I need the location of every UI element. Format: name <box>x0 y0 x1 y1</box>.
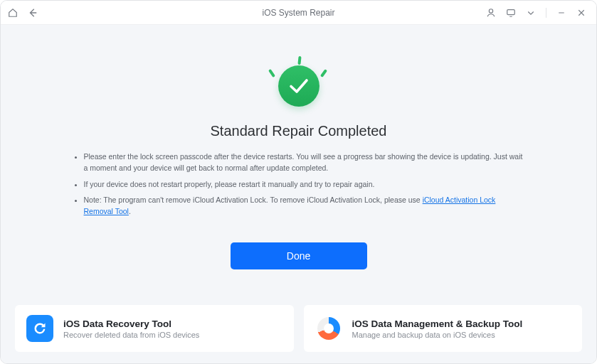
back-icon[interactable] <box>28 8 38 18</box>
page-title: Standard Repair Completed <box>211 123 387 139</box>
close-icon[interactable] <box>576 8 586 18</box>
instruction-item: If your device does not restart properly… <box>84 178 527 190</box>
app-window: iOS System Repair <box>0 0 597 364</box>
titlebar: iOS System Repair <box>1 1 596 25</box>
account-icon[interactable] <box>486 8 496 18</box>
home-icon[interactable] <box>8 8 18 18</box>
spark-icon <box>319 69 327 77</box>
card-title: iOS Data Recovery Tool <box>63 318 199 329</box>
success-graphic <box>267 59 331 113</box>
card-subtitle: Manage and backup data on iOS devices <box>352 331 523 339</box>
titlebar-separator <box>546 8 546 18</box>
spark-icon <box>297 56 301 65</box>
done-button[interactable]: Done <box>231 242 367 269</box>
feedback-icon[interactable] <box>506 8 516 18</box>
card-title: iOS Data Management & Backup Tool <box>352 318 523 329</box>
content-area: Standard Repair Completed Please enter t… <box>1 25 596 363</box>
svg-point-0 <box>489 9 492 12</box>
svg-rect-1 <box>507 9 515 14</box>
minimize-icon[interactable] <box>556 8 566 18</box>
card-data-backup[interactable]: iOS Data Management & Backup Tool Manage… <box>304 305 583 352</box>
checkmark-icon <box>278 65 319 107</box>
note-text: Note: The program can't remove iCloud Ac… <box>84 196 423 204</box>
note-suffix: . <box>129 207 131 215</box>
spark-icon <box>268 69 275 77</box>
instruction-note: Note: The program can't remove iCloud Ac… <box>84 194 527 218</box>
card-data-recovery[interactable]: iOS Data Recovery Tool Recover deleted d… <box>15 305 294 352</box>
card-subtitle: Recover deleted data from iOS devices <box>63 331 199 339</box>
promo-cards: iOS Data Recovery Tool Recover deleted d… <box>15 305 582 352</box>
instructions: Please enter the lock screen passcode af… <box>71 151 527 221</box>
chevron-down-icon[interactable] <box>526 8 536 18</box>
backup-icon <box>315 315 342 342</box>
instruction-item: Please enter the lock screen passcode af… <box>84 151 527 174</box>
recovery-icon <box>26 315 53 342</box>
